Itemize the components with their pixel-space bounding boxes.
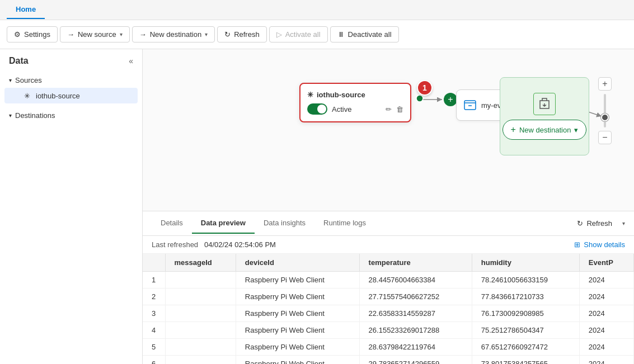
row-deviceid: Raspberry Pi Web Client [236,356,359,365]
row-humidity: 75.2512786504347 [472,322,579,339]
zoom-controls: + − [598,77,612,144]
row-messageid [165,356,236,365]
destinations-chevron-icon: ▾ [9,112,12,119]
row-num: 2 [143,289,165,305]
row-humidity: 77.8436617210733 [472,289,579,305]
destination-area: + New destination ▾ [500,77,589,155]
zoom-in-button[interactable]: + [598,77,612,91]
refresh-panel-button[interactable]: ↻ Refresh [571,216,618,231]
active-toggle[interactable] [307,103,327,115]
tab-data-preview[interactable]: Data preview [192,213,255,234]
tab-details[interactable]: Details [152,213,192,234]
settings-icon: ⚙ [14,30,21,39]
row-humidity: 67.65127660927472 [472,339,579,356]
source-card-icon: ✳ [307,91,313,99]
row-humidity: 78.24610056633159 [472,272,579,289]
panel-chevron-down-icon[interactable]: ▾ [622,220,625,226]
source-name: iothub-source [317,91,365,99]
row-event: 2024 [579,356,633,365]
dest-chevron-icon: ▾ [574,126,578,134]
row-num: 4 [143,322,165,339]
row-num: 1 [143,272,165,289]
table-row: 3 Raspberry Pi Web Client 22.63583314559… [143,305,634,322]
row-messageid [165,272,236,289]
row-temperature: 26.155233269017288 [359,322,472,339]
svg-rect-3 [464,101,476,110]
row-event: 2024 [579,289,633,305]
new-source-chevron: ▾ [120,31,123,37]
new-destination-icon: → [139,30,147,39]
sources-section-header[interactable]: ▾ Sources [0,73,142,88]
row-deviceid: Raspberry Pi Web Client [236,322,359,339]
add-connector-button[interactable]: + [444,93,457,106]
row-temperature: 27.715575406627252 [359,289,472,305]
refresh-toolbar-button[interactable]: ↻ Refresh [217,26,267,42]
zoom-slider[interactable] [604,94,606,127]
row-messageid [165,322,236,339]
col-num [143,254,165,272]
table-wrapper[interactable]: messageId deviceId temperature humidity … [143,254,634,364]
col-humidity: humidity [472,254,579,272]
row-humidity: 76.1730092908985 [472,305,579,322]
new-destination-button[interactable]: → New destination ▾ [132,26,215,42]
eventstream-icon [463,98,477,112]
new-destination-canvas-button[interactable]: + New destination ▾ [502,120,587,140]
panel-tabs: Details Data preview Data insights Runti… [143,211,634,236]
delete-source-button[interactable]: 🗑 [396,105,403,114]
content-area: 1 ✳ iothub-source Active ✏ 🗑 [143,49,634,364]
row-temperature: 28.63798422119764 [359,339,472,356]
row-event: 2024 [579,305,633,322]
table-row: 6 Raspberry Pi Web Client 29.78365271429… [143,356,634,365]
canvas-area: 1 ✳ iothub-source Active ✏ 🗑 [143,49,634,211]
destination-placeholder-icon [533,93,556,115]
table-row: 5 Raspberry Pi Web Client 28.63798422119… [143,339,634,356]
edit-source-button[interactable]: ✏ [386,105,392,114]
active-label: Active [332,105,351,114]
deactivate-icon: ⏸ [337,30,345,39]
destinations-section-header[interactable]: ▾ Destinations [0,108,142,123]
data-table: messageId deviceId temperature humidity … [143,254,634,364]
activate-all-button[interactable]: ▷ Activate all [269,26,328,42]
toolbar: ⚙ Settings → New source ▾ → New destinat… [0,20,634,49]
row-messageid [165,289,236,305]
col-eventp: EventP [579,254,633,272]
row-messageid [165,339,236,356]
row-deviceid: Raspberry Pi Web Client [236,339,359,356]
new-source-button[interactable]: → New source ▾ [60,26,130,42]
row-num: 6 [143,356,165,365]
table-row: 2 Raspberry Pi Web Client 27.71557540662… [143,289,634,305]
show-details-icon: ⊞ [574,240,580,249]
last-refreshed-label: Last refreshed [152,240,198,249]
plus-icon: + [448,94,453,105]
svg-point-2 [416,95,423,102]
last-refreshed-bar: Last refreshed 04/02/24 02:54:06 PM ⊞ Sh… [143,236,634,254]
row-messageid [165,305,236,322]
show-details-button[interactable]: ⊞ Show details [574,240,625,249]
row-temperature: 22.63583314559287 [359,305,472,322]
row-temperature: 28.44576004663384 [359,272,472,289]
zoom-handle [601,114,609,121]
new-source-icon: → [67,30,74,39]
deactivate-button[interactable]: ⏸ Deactivate all [330,26,399,42]
step1-badge: 1 [417,80,433,96]
settings-button[interactable]: ⚙ Settings [7,26,58,42]
zoom-out-button[interactable]: − [598,131,612,144]
refresh-panel-icon: ↻ [577,219,583,228]
tab-home[interactable]: Home [7,1,45,19]
col-temperature: temperature [359,254,472,272]
tab-data-insights[interactable]: Data insights [255,213,314,234]
iothub-icon: ✳ [22,91,31,100]
col-messageid: messageId [165,254,236,272]
row-deviceid: Raspberry Pi Web Client [236,272,359,289]
source-card[interactable]: ✳ iothub-source Active ✏ 🗑 [299,83,411,122]
last-refreshed-value: 04/02/24 02:54:06 PM [204,240,276,249]
tab-bar: Home [0,0,634,20]
row-temperature: 29.783652714296559 [359,356,472,365]
row-deviceid: Raspberry Pi Web Client [236,305,359,322]
sidebar-collapse-icon[interactable]: « [129,56,133,65]
sidebar-item-iothub[interactable]: ✳ iothub-source [4,88,138,103]
tab-runtime-logs[interactable]: Runtime logs [314,213,375,234]
sources-chevron-icon: ▾ [9,77,12,83]
sidebar: Data « ▾ Sources ✳ iothub-source ▾ Desti… [0,49,143,364]
table-row: 4 Raspberry Pi Web Client 26.15523326901… [143,322,634,339]
